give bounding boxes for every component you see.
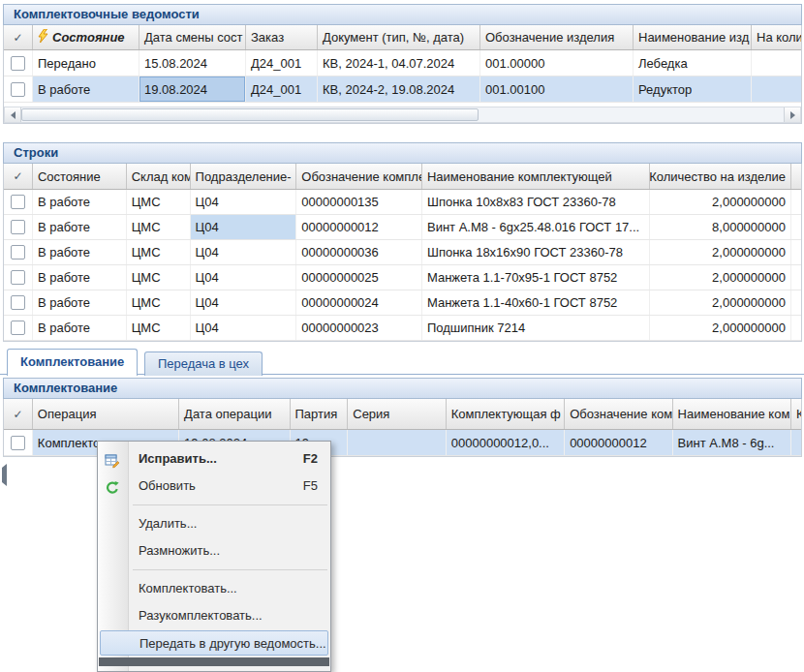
stroki-row[interactable]: В работе ЦМС Ц04 00000000023 Подшипник 7… bbox=[4, 316, 801, 341]
col-header-division[interactable]: Подразделение- bbox=[191, 164, 297, 189]
cell-order[interactable]: Д24_001 bbox=[246, 76, 318, 102]
cell-qty[interactable]: 2,000000000 bbox=[650, 316, 791, 340]
menu-item-disassemble[interactable]: Разукомплектовать... bbox=[98, 602, 330, 629]
cell-component-name[interactable]: Винт А.М8 - 6g... bbox=[673, 430, 791, 455]
cell-designation[interactable]: 001.00000 bbox=[480, 50, 634, 76]
cell-division[interactable]: Ц04 bbox=[191, 316, 297, 340]
col-header-k[interactable]: К bbox=[791, 399, 801, 429]
menu-item-duplicate[interactable]: Размножить... bbox=[98, 537, 330, 565]
cell-state[interactable]: В работе bbox=[33, 316, 127, 340]
cell-state[interactable]: В работе bbox=[33, 215, 127, 239]
cell-state[interactable]: В работе bbox=[33, 76, 139, 102]
col-header-series[interactable]: Серия bbox=[348, 399, 447, 429]
cell-name[interactable]: Шпонка 18x16x90 ГОСТ 23360-78 bbox=[422, 240, 650, 264]
col-header-product-name[interactable]: Наименование изд bbox=[634, 25, 752, 49]
row-checkbox[interactable] bbox=[4, 215, 33, 239]
cell-extra[interactable] bbox=[791, 240, 801, 264]
col-header-operation[interactable]: Операция bbox=[33, 399, 179, 429]
tab-peredacha-v-ceh[interactable]: Передача в цех bbox=[144, 351, 263, 376]
cell-date-focused[interactable]: 19.08.2024 bbox=[139, 76, 246, 102]
cell-order[interactable]: Д24_001 bbox=[246, 50, 318, 76]
cell-document[interactable]: КВ, 2024-1, 04.07.2024 bbox=[318, 50, 480, 76]
cell-state[interactable]: Передано bbox=[33, 50, 139, 76]
cell-extra[interactable] bbox=[791, 290, 801, 315]
cell-name[interactable]: Винт А.М8 - 6gх25.48.016 ГОСТ 17... bbox=[422, 215, 650, 239]
cell-designation[interactable]: 00000000023 bbox=[296, 316, 422, 340]
col-header-state[interactable]: Состояние bbox=[33, 164, 127, 189]
cell-name[interactable]: Редуктор bbox=[634, 76, 752, 102]
stroki-row[interactable]: В работе ЦМС Ц04 00000000012 Винт А.М8 -… bbox=[4, 215, 801, 240]
row-checkbox[interactable] bbox=[4, 265, 33, 290]
cell-extra[interactable] bbox=[791, 265, 801, 290]
cell-warehouse[interactable]: ЦМС bbox=[127, 265, 191, 290]
cell-qty[interactable]: 2,000000000 bbox=[650, 290, 791, 315]
cell-extra[interactable] bbox=[791, 316, 801, 340]
cell-extra[interactable] bbox=[791, 190, 801, 214]
cell-warehouse[interactable]: ЦМС bbox=[127, 240, 191, 264]
cell-quantity[interactable] bbox=[752, 76, 801, 102]
cell-name[interactable]: Подшипник 7214 bbox=[422, 316, 650, 340]
cell-qty[interactable]: 2,000000000 bbox=[650, 190, 791, 214]
col-header-product-designation[interactable]: Обозначение изделия bbox=[480, 25, 634, 49]
stroki-row[interactable]: В работе ЦМС Ц04 00000000036 Шпонка 18x1… bbox=[4, 240, 801, 265]
cell-designation[interactable]: 00000000036 bbox=[296, 240, 422, 264]
cell-warehouse[interactable]: ЦМС bbox=[127, 215, 191, 239]
cell-name[interactable]: Шпонка 10x8x83 ГОСТ 23360-78 bbox=[422, 190, 650, 214]
menu-item-delete[interactable]: Удалить... bbox=[98, 510, 330, 537]
col-header-component-designation[interactable]: Обозначение комп bbox=[565, 399, 672, 429]
col-header-quantity[interactable]: На колич bbox=[752, 25, 801, 49]
cell-k[interactable] bbox=[791, 430, 801, 455]
menu-item-edit[interactable]: Исправить... F2 bbox=[98, 445, 330, 473]
row-checkbox[interactable] bbox=[4, 316, 33, 340]
cell-designation[interactable]: 00000000024 bbox=[296, 290, 422, 315]
scroll-left-button[interactable] bbox=[5, 107, 21, 122]
cell-date[interactable]: 15.08.2024 bbox=[139, 50, 246, 76]
cell-division[interactable]: Ц04 bbox=[191, 240, 297, 264]
cell-division[interactable]: Ц04 bbox=[191, 290, 297, 315]
row-checkbox[interactable] bbox=[4, 430, 33, 455]
col-header-order[interactable]: Заказ bbox=[246, 25, 318, 49]
menu-item-refresh[interactable]: Обновить F5 bbox=[98, 473, 330, 500]
cell-qty[interactable]: 8,000000000 bbox=[650, 215, 791, 239]
menu-item-transfer-hovered[interactable]: Передать в другую ведомость... bbox=[100, 630, 328, 656]
cell-division-focused[interactable]: Ц04 bbox=[191, 215, 297, 239]
scroll-right-button[interactable] bbox=[784, 107, 800, 122]
cell-division[interactable]: Ц04 bbox=[191, 190, 297, 214]
bottom-scroll-left-button[interactable] bbox=[2, 468, 7, 482]
cell-state[interactable]: В работе bbox=[33, 290, 127, 315]
cell-warehouse[interactable]: ЦМС bbox=[127, 316, 191, 340]
col-header-extra[interactable] bbox=[791, 164, 801, 189]
col-header-document[interactable]: Документ (тип, №, дата) bbox=[318, 25, 480, 49]
col-header-component[interactable]: Комплектующая ф bbox=[447, 399, 565, 429]
cell-designation[interactable]: 00000000135 bbox=[296, 190, 422, 214]
cell-extra[interactable] bbox=[791, 215, 801, 239]
vedomosti-select-all-header[interactable]: ✓ bbox=[4, 25, 33, 49]
cell-designation[interactable]: 00000000012 bbox=[296, 215, 422, 239]
row-checkbox[interactable] bbox=[4, 290, 33, 315]
col-header-batch[interactable]: Партия bbox=[291, 399, 349, 429]
cell-designation[interactable]: 00000000025 bbox=[296, 265, 422, 290]
col-header-operation-date[interactable]: Дата операции bbox=[179, 399, 290, 429]
scrollbar-thumb[interactable] bbox=[21, 108, 479, 121]
vedomosti-row[interactable]: Передано 15.08.2024 Д24_001 КВ, 2024-1, … bbox=[4, 50, 801, 76]
cell-designation[interactable]: 001.00100 bbox=[480, 76, 634, 102]
stroki-select-all-header[interactable]: ✓ bbox=[4, 164, 33, 189]
col-header-warehouse[interactable]: Склад комп bbox=[127, 164, 191, 189]
cell-name[interactable]: Манжета 1.1-70x95-1 ГОСТ 8752 bbox=[422, 265, 650, 290]
cell-qty[interactable]: 2,000000000 bbox=[650, 240, 791, 264]
cell-state[interactable]: В работе bbox=[33, 265, 127, 290]
stroki-row[interactable]: В работе ЦМС Ц04 00000000024 Манжета 1.1… bbox=[4, 290, 801, 316]
komplekt-select-all-header[interactable]: ✓ bbox=[4, 399, 33, 429]
col-header-component-designation[interactable]: Обозначение компле bbox=[296, 164, 422, 189]
stroki-row[interactable]: В работе ЦМС Ц04 00000000135 Шпонка 10x8… bbox=[4, 190, 801, 215]
cell-qty[interactable]: 2,000000000 bbox=[650, 265, 791, 290]
row-checkbox[interactable] bbox=[4, 50, 33, 76]
cell-warehouse[interactable]: ЦМС bbox=[127, 290, 191, 315]
vedomosti-row-selected[interactable]: В работе 19.08.2024 Д24_001 КВ, 2024-2, … bbox=[4, 76, 801, 103]
vedomosti-horizontal-scrollbar[interactable] bbox=[4, 107, 801, 123]
row-checkbox[interactable] bbox=[4, 240, 33, 264]
cell-series[interactable] bbox=[348, 430, 447, 455]
cell-state[interactable]: В работе bbox=[33, 240, 127, 264]
cell-division[interactable]: Ц04 bbox=[191, 265, 297, 290]
cell-name[interactable]: Лебедка bbox=[634, 50, 752, 76]
